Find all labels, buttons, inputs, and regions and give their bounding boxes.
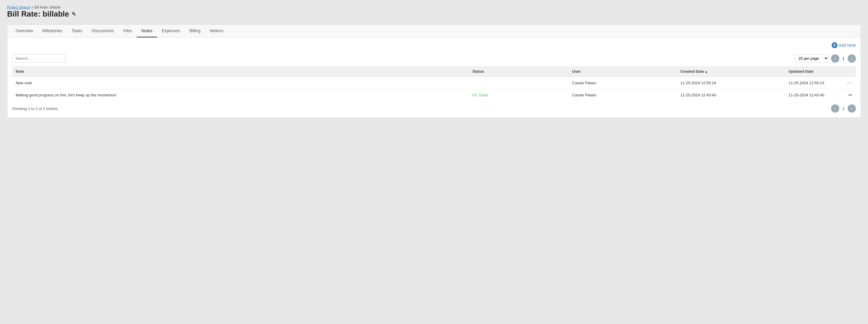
col-header-updated: Updated Date — [785, 66, 843, 77]
main-card: OverviewMilestonesTasksDiscussionsFilesN… — [7, 25, 861, 118]
table-footer: Showing 1 to 2 of 2 entries ‹ 1 › — [12, 104, 856, 112]
tab-milestones[interactable]: Milestones — [38, 25, 67, 37]
add-note-bar: + Add Note — [12, 42, 856, 52]
per-page-select[interactable]: 10 per page25 per page50 per page100 per… — [795, 55, 829, 62]
tab-expenses[interactable]: Expenses — [157, 25, 185, 37]
row-action-dots[interactable]: ··· — [847, 80, 852, 86]
bottom-prev-page-button[interactable]: ‹ — [831, 104, 839, 112]
bottom-page-number: 1 — [840, 106, 846, 111]
table-row: Making good progress on this, let's keep… — [12, 89, 856, 101]
table-row: New noteCassie Pataro11-25-2024 12:55:24… — [12, 77, 856, 89]
bottom-next-page-button[interactable]: › — [847, 104, 856, 112]
col-header-created[interactable]: Created Date▲ — [677, 66, 785, 77]
tab-notes[interactable]: Notes — [137, 25, 157, 37]
bottom-pagination: ‹ 1 › — [831, 104, 856, 112]
cell-created-date: 11-25-2024 12:43:40 — [677, 89, 785, 101]
col-header-status: Status — [469, 66, 569, 77]
plus-icon: + — [832, 42, 838, 48]
cell-note: New note — [12, 77, 469, 89]
prev-page-button[interactable]: ‹ — [831, 55, 839, 63]
col-header-actions — [843, 66, 856, 77]
page-title: Bill Rate: billable — [7, 9, 69, 19]
breadcrumb-link[interactable]: Project Search — [7, 5, 30, 9]
page-number: 1 — [840, 56, 846, 61]
notes-table: Note Status User Created Date▲ Updated D… — [12, 66, 856, 101]
breadcrumb-separator: » — [31, 5, 33, 9]
cell-user: Cassie Pataro — [568, 89, 677, 101]
tab-tasks[interactable]: Tasks — [67, 25, 87, 37]
cell-actions: ··· — [843, 77, 856, 89]
tab-files[interactable]: Files — [119, 25, 137, 37]
table-header-row: Note Status User Created Date▲ Updated D… — [12, 66, 856, 77]
add-note-button[interactable]: + Add Note — [832, 42, 856, 48]
next-page-button[interactable]: › — [847, 55, 856, 63]
tab-overview[interactable]: Overview — [11, 25, 38, 37]
tab-bar: OverviewMilestonesTasksDiscussionsFilesN… — [7, 25, 861, 37]
cell-status — [469, 77, 569, 89]
top-pagination: ‹ 1 › — [831, 55, 856, 63]
tab-metrics[interactable]: Metrics — [205, 25, 228, 37]
table-body: New noteCassie Pataro11-25-2024 12:55:24… — [12, 77, 856, 101]
col-header-note: Note — [12, 66, 469, 77]
toolbar-right: 10 per page25 per page50 per page100 per… — [795, 55, 856, 63]
search-input[interactable] — [12, 54, 65, 63]
cell-note: Making good progress on this, let's keep… — [12, 89, 469, 101]
table-head: Note Status User Created Date▲ Updated D… — [12, 66, 856, 77]
cell-actions: ✏ — [843, 89, 856, 101]
showing-entries: Showing 1 to 2 of 2 entries — [12, 106, 58, 111]
breadcrumb: Project Search » Bill Rate: billable — [7, 5, 861, 9]
cell-updated-date: 11-25-2024 12:55:24 — [785, 77, 843, 89]
cell-updated-date: 11-25-2024 12:43:40 — [785, 89, 843, 101]
title-edit-icon[interactable]: ✎ — [71, 11, 76, 18]
card-body: + Add Note 10 per page25 per page50 per … — [7, 37, 861, 117]
add-note-label: Add Note — [839, 43, 856, 47]
cell-status: On Track — [469, 89, 569, 101]
breadcrumb-current: Bill Rate: billable — [34, 5, 61, 9]
row-action-edit[interactable]: ✏ — [848, 93, 852, 98]
tab-billing[interactable]: Billing — [185, 25, 205, 37]
cell-user: Cassie Pataro — [568, 77, 677, 89]
tab-discussions[interactable]: Discussions — [87, 25, 119, 37]
cell-created-date: 11-25-2024 12:55:24 — [677, 77, 785, 89]
col-header-user: User — [568, 66, 677, 77]
table-toolbar: 10 per page25 per page50 per page100 per… — [12, 54, 856, 63]
sort-arrow-created: ▲ — [705, 70, 708, 73]
